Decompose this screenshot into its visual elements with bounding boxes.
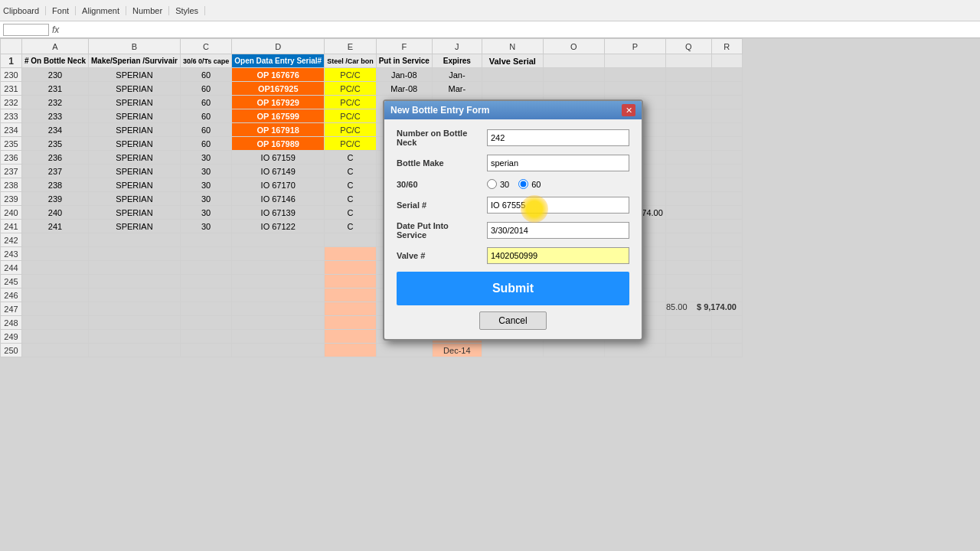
radio-30-input[interactable] (487, 179, 497, 189)
number-section: Number (132, 6, 169, 15)
formula-input[interactable] (62, 25, 977, 34)
bottle-make-input[interactable] (487, 155, 629, 171)
bottle-neck-input[interactable] (487, 129, 629, 146)
font-label: Font (52, 6, 69, 15)
bottle-make-row: Bottle Make (397, 155, 629, 171)
date-label: Date Put Into Service (397, 221, 481, 240)
clipboard-section: Clipboard (3, 6, 46, 15)
dialog-close-button[interactable]: ✕ (622, 104, 635, 116)
alignment-section: Alignment (82, 6, 126, 15)
number-label: Number (132, 6, 162, 15)
formula-bar: fx (0, 21, 980, 38)
valve-input[interactable] (487, 247, 629, 264)
new-bottle-entry-dialog: New Bottle Entry Form ✕ Number on Bottle… (383, 99, 643, 341)
radio-label: 30/60 (397, 180, 481, 189)
font-section: Font (52, 6, 76, 15)
cancel-button[interactable]: Cancel (479, 311, 546, 330)
radio-60-label: 60 (531, 180, 541, 189)
styles-label: Styles (175, 6, 198, 15)
date-input[interactable] (487, 222, 629, 239)
radio-group: 30 60 (487, 179, 629, 189)
styles-section: Styles (175, 6, 205, 15)
serial-label: Serial # (397, 201, 481, 210)
serial-input[interactable] (487, 197, 629, 214)
cell-reference-input[interactable] (3, 24, 49, 36)
alignment-label: Alignment (82, 6, 119, 15)
bottle-neck-label: Number on Bottle Neck (397, 129, 481, 147)
spreadsheet: A B C D E F J N O P Q R 1 # On Bottle Ne… (0, 38, 980, 551)
dialog-titlebar: New Bottle Entry Form ✕ (384, 101, 642, 119)
date-row: Date Put Into Service (397, 221, 629, 240)
radio-30-label: 30 (500, 180, 509, 189)
formula-icon: fx (52, 24, 59, 35)
submit-button[interactable]: Submit (397, 272, 629, 305)
dialog-overlay: New Bottle Entry Form ✕ Number on Bottle… (0, 38, 980, 551)
dialog-title: New Bottle Entry Form (390, 105, 489, 116)
radio-row: 30/60 30 60 (397, 179, 629, 189)
toolbar: Clipboard Font Alignment Number Styles (0, 0, 980, 21)
valve-label: Valve # (397, 251, 481, 260)
clipboard-label: Clipboard (3, 6, 39, 15)
radio-30-option[interactable]: 30 (487, 179, 509, 189)
radio-60-option[interactable]: 60 (518, 179, 541, 189)
serial-row: Serial # (397, 197, 629, 214)
bottle-neck-row: Number on Bottle Neck (397, 129, 629, 147)
valve-row: Valve # (397, 247, 629, 264)
dialog-body: Number on Bottle Neck Bottle Make 30/60 … (384, 119, 642, 339)
radio-60-input[interactable] (518, 179, 528, 189)
bottle-make-label: Bottle Make (397, 158, 481, 168)
